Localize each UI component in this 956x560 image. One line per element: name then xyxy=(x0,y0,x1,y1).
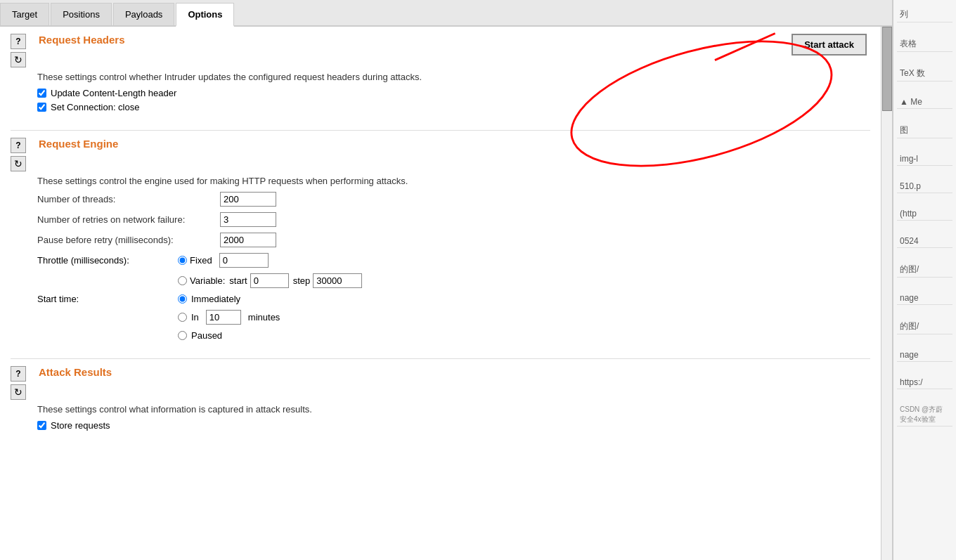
sidebar-item-1[interactable]: 表格 xyxy=(897,37,952,52)
pause-retry-input[interactable] xyxy=(220,233,276,247)
request-headers-refresh-button[interactable]: ↻ xyxy=(11,52,26,67)
tab-payloads[interactable]: Payloads xyxy=(113,3,174,25)
divider-1 xyxy=(11,130,870,131)
tab-target[interactable]: Target xyxy=(0,3,49,25)
throttle-fixed-label: Fixed xyxy=(178,255,212,266)
start-in-label: In minutes xyxy=(178,310,280,325)
throttle-start-label: start xyxy=(229,275,247,286)
attack-results-help-button[interactable]: ? xyxy=(11,366,26,382)
request-engine-refresh-button[interactable]: ↻ xyxy=(11,156,26,171)
sidebar-item-2[interactable]: TeX 数 xyxy=(897,66,952,82)
tab-bar: Target Positions Payloads Options xyxy=(0,0,892,27)
start-paused-radio[interactable] xyxy=(178,331,187,340)
update-content-length-checkbox[interactable] xyxy=(37,89,46,98)
sidebar-item-6[interactable]: 510.p xyxy=(897,180,952,193)
attack-results-desc: These settings control what information … xyxy=(37,404,870,415)
attack-results-refresh-button[interactable]: ↻ xyxy=(11,384,26,400)
set-connection-close-checkbox[interactable] xyxy=(37,103,46,112)
throttle-fixed-text: Fixed xyxy=(190,255,212,266)
start-paused-text: Paused xyxy=(191,330,222,341)
start-time-label: Start time: xyxy=(37,294,178,304)
pause-retry-row: Pause before retry (milliseconds): xyxy=(37,233,870,247)
request-engine-desc: These settings control the engine used f… xyxy=(37,176,870,186)
start-immediately-radio[interactable] xyxy=(178,294,187,304)
scrollbar-thumb[interactable] xyxy=(882,27,892,111)
request-engine-help-button[interactable]: ? xyxy=(11,138,26,153)
tab-positions[interactable]: Positions xyxy=(51,3,112,25)
threads-label: Number of threads: xyxy=(37,194,220,204)
sidebar-item-3[interactable]: ▲ Me xyxy=(897,96,952,109)
throttle-label: Throttle (milliseconds): xyxy=(37,255,178,266)
store-requests-row: Store requests xyxy=(37,420,870,431)
request-headers-desc: These settings control whether Intruder … xyxy=(37,72,870,82)
retries-input[interactable] xyxy=(220,212,276,227)
start-in-unit: minutes xyxy=(248,312,280,323)
threads-input[interactable] xyxy=(220,192,276,207)
start-time-section: Start time: Immediately In minutes xyxy=(37,294,870,341)
start-in-radio[interactable] xyxy=(178,313,187,322)
sidebar-item-0[interactable]: 列 xyxy=(897,7,952,22)
attack-results-section: ? ↻ Attack Results These settings contro… xyxy=(11,366,870,431)
sidebar-item-7[interactable]: (http xyxy=(897,207,952,221)
threads-row: Number of threads: xyxy=(37,192,870,207)
divider-2 xyxy=(11,358,870,359)
throttle-fixed-radio[interactable] xyxy=(178,256,187,265)
sidebar-item-4[interactable]: 图 xyxy=(897,123,952,138)
throttle-row: Throttle (milliseconds): Fixed xyxy=(37,253,870,268)
sidebar-item-12[interactable]: nage xyxy=(897,349,952,362)
set-connection-close-label: Set Connection: close xyxy=(51,102,139,112)
start-in-input[interactable] xyxy=(206,310,241,325)
throttle-variable-label: Variable: xyxy=(178,275,225,286)
request-headers-body: Update Content-Length header Set Connect… xyxy=(37,88,870,112)
start-immediately-label: Immediately xyxy=(178,294,280,304)
attack-results-title: Attack Results xyxy=(39,366,112,378)
throttle-variable-row: Variable: start step xyxy=(178,273,870,288)
update-content-length-row: Update Content-Length header xyxy=(37,88,870,98)
start-attack-button[interactable]: Start attack xyxy=(792,34,867,56)
throttle-start-input[interactable] xyxy=(250,273,289,288)
right-sidebar: 列 表格 TeX 数 ▲ Me 图 img-l 510.p (http 0524… xyxy=(893,0,956,560)
request-engine-body: Number of threads: Number of retries on … xyxy=(37,192,870,341)
tab-options[interactable]: Options xyxy=(176,3,234,27)
throttle-variable-radio[interactable] xyxy=(178,276,187,285)
start-time-options: Immediately In minutes Paused xyxy=(178,294,280,341)
throttle-fixed-input[interactable] xyxy=(219,253,269,268)
request-headers-title: Request Headers xyxy=(39,34,125,46)
sidebar-item-5[interactable]: img-l xyxy=(897,152,952,166)
pause-retry-label: Pause before retry (milliseconds): xyxy=(37,235,220,245)
sidebar-item-14: CSDN @齐蔚安全4x验室 xyxy=(897,403,952,426)
scrollbar[interactable] xyxy=(881,27,892,560)
request-headers-section: ? ↻ Request Headers These settings contr… xyxy=(11,34,870,112)
start-in-text: In xyxy=(191,312,199,323)
sidebar-item-10[interactable]: nage xyxy=(897,292,952,305)
store-requests-label: Store requests xyxy=(51,420,110,431)
throttle-variable-text: Variable: xyxy=(190,275,225,286)
sidebar-item-9[interactable]: 的图/ xyxy=(897,262,952,278)
set-connection-close-row: Set Connection: close xyxy=(37,102,870,112)
sidebar-item-8[interactable]: 0524 xyxy=(897,235,952,248)
request-engine-title: Request Engine xyxy=(39,138,118,150)
retries-row: Number of retries on network failure: xyxy=(37,212,870,227)
start-paused-label: Paused xyxy=(178,330,280,341)
retries-label: Number of retries on network failure: xyxy=(37,214,220,225)
start-immediately-text: Immediately xyxy=(191,294,240,304)
throttle-step-label: step xyxy=(293,275,311,286)
update-content-length-label: Update Content-Length header xyxy=(51,88,176,98)
throttle-step-input[interactable] xyxy=(313,273,362,288)
store-requests-checkbox[interactable] xyxy=(37,421,46,430)
request-engine-section: ? ↻ Request Engine These settings contro… xyxy=(11,138,870,341)
attack-results-body: Store requests xyxy=(37,420,870,431)
sidebar-item-11[interactable]: 的图/ xyxy=(897,319,952,334)
request-headers-help-button[interactable]: ? xyxy=(11,34,26,49)
sidebar-item-13[interactable]: https:/ xyxy=(897,376,952,389)
